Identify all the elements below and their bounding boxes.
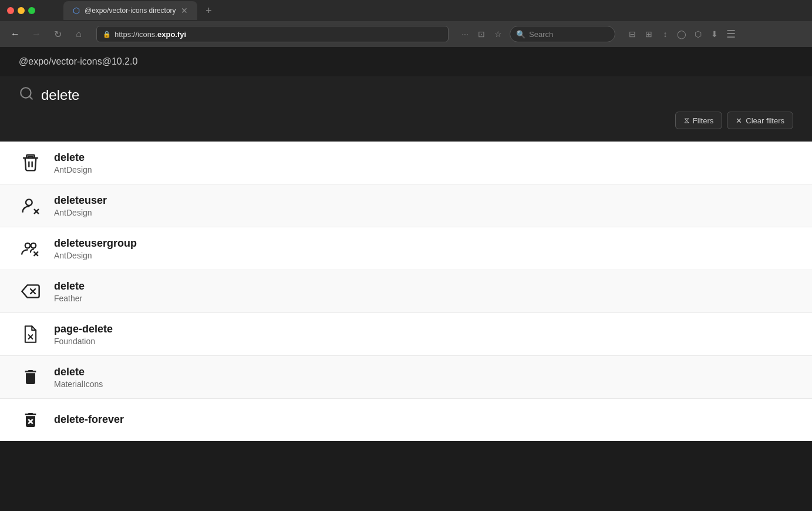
result-icon: [19, 151, 42, 174]
tab-favicon-icon: ⬡: [73, 6, 80, 15]
result-name: delete-forever: [54, 413, 793, 426]
result-library: AntDesign: [54, 251, 793, 260]
result-icon: [19, 322, 42, 346]
result-info: delete MaterialIcons: [54, 366, 793, 389]
result-library: AntDesign: [54, 165, 793, 174]
more-options-button[interactable]: ···: [458, 27, 472, 41]
results-list: delete AntDesign deleteuser AntDesign: [0, 142, 812, 441]
fullscreen-button[interactable]: [28, 7, 35, 14]
bookmark-button[interactable]: ☆: [491, 27, 505, 41]
result-info: delete-forever: [54, 413, 793, 427]
download-icon[interactable]: ⬇: [707, 26, 722, 42]
result-icon: [19, 237, 42, 260]
result-name: delete: [54, 280, 793, 293]
result-name: delete: [54, 152, 793, 164]
traffic-lights: [7, 7, 35, 14]
package-title: @expo/vector-icons@10.2.0: [19, 56, 137, 66]
result-item[interactable]: delete MaterialIcons: [0, 356, 812, 399]
close-button[interactable]: [7, 7, 14, 14]
result-item[interactable]: delete AntDesign: [0, 142, 812, 184]
result-info: delete Feather: [54, 280, 793, 303]
result-item[interactable]: deleteusergroup AntDesign: [0, 227, 812, 270]
result-item[interactable]: deleteuser AntDesign: [0, 184, 812, 227]
result-library: AntDesign: [54, 208, 793, 217]
url-bar[interactable]: 🔒 https://icons.expo.fyi: [96, 26, 449, 42]
page-content: @expo/vector-icons@10.2.0 ⧖ Filters: [0, 47, 812, 511]
result-info: delete AntDesign: [54, 152, 793, 174]
tab-title: @expo/vector-icons directory: [85, 6, 176, 15]
url-text: https://icons.expo.fyi: [114, 30, 186, 39]
result-icon: [19, 194, 42, 217]
back-button[interactable]: ←: [7, 26, 23, 42]
clear-filters-label: Clear filters: [746, 116, 784, 125]
search-input[interactable]: [41, 87, 793, 103]
result-info: page-delete Foundation: [54, 323, 793, 346]
svg-point-3: [26, 199, 32, 206]
reload-button[interactable]: ↻: [49, 26, 66, 42]
toolbar-icons: ⊟ ⊞ ↕ ◯ ⬡ ⬇ ☰: [625, 26, 739, 42]
browser-search-label: Search: [529, 30, 553, 39]
result-library: MaterialIcons: [54, 379, 793, 389]
result-icon: [19, 365, 42, 389]
browser-search-icon: 🔍: [516, 30, 525, 39]
profile-icon[interactable]: ◯: [674, 26, 689, 42]
tab-close-icon[interactable]: ✕: [181, 6, 188, 15]
hamburger-menu-button[interactable]: ☰: [723, 26, 739, 42]
filters-button[interactable]: ⧖ Filters: [675, 112, 722, 129]
title-bar: ⬡ @expo/vector-icons directory ✕ +: [0, 0, 812, 21]
result-info: deleteusergroup AntDesign: [54, 237, 793, 260]
page-header: @expo/vector-icons@10.2.0: [0, 47, 812, 76]
svg-point-6: [25, 243, 31, 248]
browser-search-bar[interactable]: 🔍 Search: [510, 26, 615, 42]
browser-frame: ⬡ @expo/vector-icons directory ✕ + ← → ↻…: [0, 0, 812, 511]
forward-button[interactable]: →: [28, 26, 45, 42]
home-button[interactable]: ⌂: [70, 26, 87, 42]
result-library: Foundation: [54, 337, 793, 346]
search-section: ⧖ Filters ✕ Clear filters: [0, 76, 812, 142]
search-icon: [19, 86, 34, 105]
pocket-button[interactable]: ⊡: [474, 27, 488, 41]
result-name: deleteuser: [54, 194, 793, 207]
minimize-button[interactable]: [18, 7, 25, 14]
result-item[interactable]: delete Feather: [0, 270, 812, 313]
result-item[interactable]: page-delete Foundation: [0, 313, 812, 356]
filters-row: ⧖ Filters ✕ Clear filters: [19, 112, 793, 129]
sync-icon[interactable]: ↕: [658, 26, 673, 42]
library-icon[interactable]: ⊟: [625, 26, 640, 42]
active-tab[interactable]: ⬡ @expo/vector-icons directory ✕: [63, 1, 197, 20]
search-input-wrap: [19, 86, 793, 105]
clear-filters-x-icon: ✕: [736, 116, 742, 125]
result-name: deleteusergroup: [54, 237, 793, 250]
filter-icon: ⧖: [684, 116, 689, 125]
svg-line-1: [29, 96, 32, 99]
nav-bar: ← → ↻ ⌂ 🔒 https://icons.expo.fyi ··· ⊡ ☆…: [0, 21, 812, 47]
result-library: Feather: [54, 294, 793, 303]
filters-label: Filters: [693, 116, 713, 125]
result-item[interactable]: delete-forever: [0, 399, 812, 441]
result-icon: [19, 408, 42, 432]
clear-filters-button[interactable]: ✕ Clear filters: [727, 112, 793, 129]
result-name: page-delete: [54, 323, 793, 335]
nav-actions: ··· ⊡ ☆: [458, 27, 505, 41]
result-icon: [19, 280, 42, 303]
result-info: deleteuser AntDesign: [54, 194, 793, 217]
svg-point-7: [31, 243, 36, 248]
new-tab-button[interactable]: +: [202, 4, 216, 18]
reading-mode-icon[interactable]: ⊞: [641, 26, 656, 42]
security-lock-icon: 🔒: [103, 31, 111, 38]
result-name: delete: [54, 366, 793, 378]
extensions-icon[interactable]: ⬡: [690, 26, 706, 42]
